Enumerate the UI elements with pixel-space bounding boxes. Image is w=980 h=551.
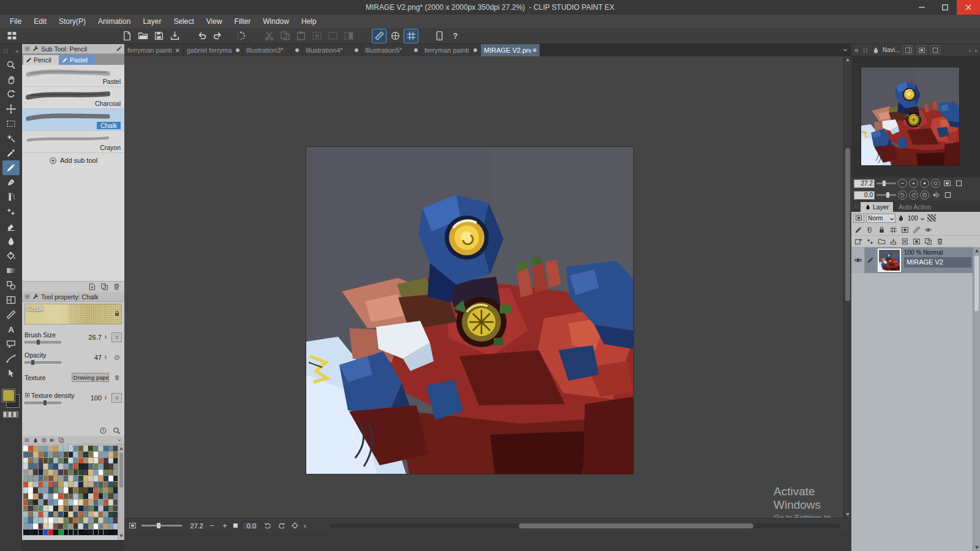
color-swatch[interactable] [78,512,83,517]
frame-border-tool[interactable] [2,293,20,307]
auto-select-tool[interactable] [2,131,20,146]
brush-item-pastel[interactable]: Pastel [22,65,124,87]
color-swatch[interactable] [69,517,74,523]
color-swatch[interactable] [33,463,38,469]
color-swatch[interactable] [58,500,63,505]
brush-item-charcoal[interactable]: Charcoal [22,87,124,109]
color-swatch[interactable] [94,487,99,493]
tab-pencil[interactable]: Pencil [23,55,59,65]
color-swatch[interactable] [74,458,78,463]
chevron-down-icon[interactable] [116,437,123,443]
scroll-left-icon[interactable]: ‹ [304,522,306,530]
color-swatch[interactable] [39,487,43,493]
color-swatch[interactable] [33,506,38,511]
export-button[interactable] [168,29,181,43]
opacity-slider[interactable] [24,361,61,364]
color-swatch[interactable] [33,452,38,457]
color-swatch[interactable] [53,476,58,481]
lock-transparent-icon[interactable] [927,214,936,222]
color-swatch[interactable] [58,487,63,493]
color-set-icon[interactable] [41,437,47,443]
eraser-tool[interactable] [2,219,20,234]
nav-fit-screen-icon[interactable] [942,179,952,188]
document-tab-ferryman-painti[interactable]: ferryman painti✕ [124,44,183,56]
color-swatch[interactable] [94,493,99,499]
color-swatch[interactable] [69,470,74,475]
color-swatch[interactable] [58,493,63,499]
document-tab-illustration3[interactable]: Illustration3* [243,44,302,56]
color-swatch[interactable] [64,493,69,499]
tab-auto-action[interactable]: Auto Action [894,202,935,212]
menu-layer[interactable]: Layer [137,15,167,28]
zoom-out-button[interactable]: − [208,521,216,530]
color-swatch[interactable] [58,530,63,535]
airbrush-tool[interactable] [2,190,20,204]
color-swatch[interactable] [39,517,43,523]
layer-visibility-all-icon[interactable] [924,226,932,234]
menu-file[interactable]: File [4,15,28,28]
color-swatch[interactable] [99,487,104,493]
operation-tool[interactable] [2,366,20,381]
color-swatch[interactable] [94,506,99,511]
color-swatch[interactable] [58,506,63,511]
color-swatch[interactable] [88,506,93,511]
color-swatch[interactable] [64,476,69,481]
color-swatch[interactable] [69,458,74,463]
scroll-tabs-left-icon[interactable]: ‹ [969,47,971,54]
color-swatch[interactable] [43,470,48,475]
zoom-slider[interactable] [141,525,182,527]
color-swatch[interactable] [43,493,48,499]
texture-density-value[interactable]: 100 [85,394,102,402]
color-swatch[interactable] [23,500,28,505]
texture-density-options-button[interactable] [111,393,122,403]
color-swatch[interactable] [69,512,74,517]
color-swatch[interactable] [28,487,33,493]
color-swatch[interactable] [99,493,104,499]
color-swatch[interactable] [43,506,48,511]
color-swatch[interactable] [88,452,93,457]
brush-size-value[interactable]: 26.7 [85,334,102,341]
color-swatch[interactable] [64,512,69,517]
color-swatch[interactable] [94,530,99,535]
scroll-up-icon[interactable] [846,58,850,61]
color-swatch[interactable] [28,517,33,523]
color-swatch[interactable] [108,446,113,451]
blend-mode-dropdown[interactable]: Norm [866,214,895,223]
scroll-down-icon[interactable] [119,534,123,538]
color-swatch[interactable] [58,476,63,481]
color-swatch[interactable] [33,482,38,487]
color-swatch[interactable] [78,487,83,493]
color-swatch[interactable] [58,458,63,463]
color-swatch[interactable] [39,512,43,517]
color-swatch[interactable] [104,530,108,535]
color-swatch[interactable] [99,452,104,457]
color-swatch[interactable] [53,523,58,529]
vertical-scroll-thumb[interactable] [845,148,850,301]
color-swatch[interactable] [74,463,78,469]
tab-list-dropdown-icon[interactable] [842,47,849,54]
color-wheel-icon[interactable] [32,437,39,443]
color-swatch[interactable] [43,512,48,517]
color-swatch[interactable] [78,446,83,451]
collapse-dock-icon[interactable]: « [854,46,859,54]
decoration-tool[interactable] [2,204,20,219]
color-swatch[interactable] [64,523,69,529]
color-swatch[interactable] [53,446,58,451]
color-swatch[interactable] [39,476,43,481]
color-swatch[interactable] [58,523,63,529]
panel-toggle-2-icon[interactable] [916,45,927,54]
color-swatch[interactable] [69,500,74,505]
horizontal-scrollbar[interactable] [330,523,840,528]
color-swatch[interactable] [69,452,74,457]
color-swatch[interactable] [64,446,69,451]
sync-spinner-button[interactable] [234,29,247,43]
color-swatch[interactable] [23,463,28,469]
color-swatch[interactable] [53,463,58,469]
panel-menu-icon[interactable] [24,293,31,300]
color-swatch[interactable] [33,517,38,523]
color-swatch[interactable] [88,493,93,499]
color-swatch[interactable] [94,500,99,505]
set-ruler-icon[interactable] [913,226,921,234]
move-layer-tool[interactable] [2,102,20,116]
color-swatch[interactable] [43,458,48,463]
